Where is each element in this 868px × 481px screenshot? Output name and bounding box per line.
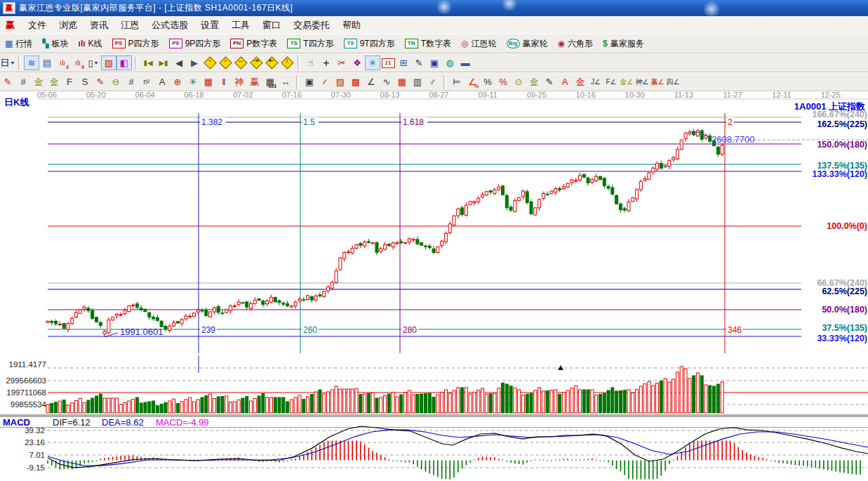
grid-net-icon[interactable]: ❖ xyxy=(349,55,365,70)
fan-box-icon[interactable]: ▨ xyxy=(333,74,348,89)
grid-123-icon[interactable]: ▦123 xyxy=(262,74,278,89)
calculator-icon[interactable]: ⊞ xyxy=(396,55,411,70)
expand-vertical-icon[interactable]: ↕ xyxy=(279,55,295,70)
slash-lines-icon[interactable]: ∕∕ xyxy=(425,74,441,89)
angle-lines-icon[interactable]: ∠ xyxy=(363,74,379,89)
compress-right-icon[interactable]: ⇥ xyxy=(248,55,264,70)
star-circle-icon[interactable]: ✳ xyxy=(185,74,201,89)
si-angle-icon[interactable]: 四∠ xyxy=(665,74,681,89)
profile-histogram-icon[interactable]: ◧ xyxy=(116,55,132,70)
hash-lines-icon[interactable]: # xyxy=(123,74,139,89)
red-grid-icon[interactable]: ▦ xyxy=(394,74,410,89)
ying-angle-icon[interactable]: 赢∠ xyxy=(650,74,665,89)
hexagon-button[interactable]: ◉六角形 xyxy=(554,37,597,51)
period-selector[interactable]: 日▼ xyxy=(0,55,15,70)
percent-angle-icon[interactable]: ∠% xyxy=(465,74,480,89)
gann-fan-icon[interactable]: ∕∕ xyxy=(317,74,333,89)
percent-line-icon[interactable]: % xyxy=(495,74,511,89)
k-mark-icon[interactable]: ‖ xyxy=(216,74,232,89)
winner-wheel-button[interactable]: Big赢家轮 xyxy=(502,37,552,51)
last-page-icon[interactable]: ▶▮ xyxy=(156,55,171,70)
chart-area[interactable]: 05-0605-2006-0406-1807-0207-1607-3008-13… xyxy=(0,91,868,481)
grid-box-icon[interactable]: ▩ xyxy=(348,74,363,89)
grid-circle-icon[interactable]: ▦ xyxy=(201,74,216,89)
measure-pencil-icon[interactable]: ✎ xyxy=(93,74,108,89)
notes-icon[interactable]: ✎ xyxy=(411,55,427,70)
target-cross-icon[interactable]: ⊕ xyxy=(170,74,185,89)
width-arrows-icon[interactable]: ↔ xyxy=(278,74,293,89)
p-square-button[interactable]: PSP四方形 xyxy=(108,37,163,51)
ruler-scale-icon[interactable]: ⊨ xyxy=(449,74,465,89)
gold-underline-icon[interactable]: 金 xyxy=(573,74,588,89)
spiral-icon[interactable]: S xyxy=(77,74,93,89)
circle-cycle-icon[interactable]: ⊖ xyxy=(108,74,123,89)
wave-a-icon[interactable]: A xyxy=(557,74,573,89)
t-square-button[interactable]: TST四方形 xyxy=(283,37,338,51)
remote-service-icon[interactable]: ▬ xyxy=(458,55,473,70)
hand-tool-icon[interactable]: ☝ xyxy=(303,55,319,70)
shen-tool-icon[interactable]: 神 xyxy=(232,74,247,89)
grid-lines-icon[interactable]: # xyxy=(15,74,31,89)
chart-canvas[interactable]: 05-0605-2006-0406-1807-0207-1607-3008-13… xyxy=(0,91,868,481)
menu-item-6[interactable]: 工具 xyxy=(225,17,256,34)
quotes-button[interactable]: ▦行情 xyxy=(1,37,36,51)
trend-chart-icon[interactable]: ≋ xyxy=(24,55,39,70)
network-icon[interactable]: ◍ xyxy=(442,55,458,70)
menu-item-2[interactable]: 资讯 xyxy=(84,17,114,34)
candle-style-icon[interactable]: ▯▼ xyxy=(86,55,101,70)
info-document-icon[interactable]: ▤ xyxy=(39,55,55,70)
a-wave-icon[interactable]: A xyxy=(154,74,170,89)
menu-item-3[interactable]: 江恩 xyxy=(114,17,145,34)
sectors-button[interactable]: ▚板块 xyxy=(38,37,72,51)
p-table-button[interactable]: PNP数字表 xyxy=(226,37,281,51)
first-page-icon[interactable]: ▮◀ xyxy=(140,55,156,70)
menu-item-4[interactable]: 公式选股 xyxy=(145,17,194,34)
f-angle-icon[interactable]: F∠ xyxy=(603,74,619,89)
black-grid-icon[interactable]: ▥ xyxy=(410,74,425,89)
gold-ratio-line-icon[interactable]: 金 xyxy=(31,74,46,89)
cut-tool-icon[interactable]: ✂ xyxy=(334,55,349,70)
ink-pen-icon[interactable]: ✎ xyxy=(542,74,557,89)
bars-9-icon[interactable]: ılı9 xyxy=(70,55,86,70)
calendar-icon[interactable]: 21 xyxy=(380,55,396,70)
menu-item-5[interactable]: 设置 xyxy=(194,17,225,34)
kline-button[interactable]: ılıK线 xyxy=(74,37,107,51)
menu-item-8[interactable]: 交易委托 xyxy=(287,17,336,34)
ying-tool-icon[interactable]: 赢 xyxy=(247,74,262,89)
gold-angle-icon[interactable]: 金∠ xyxy=(619,74,634,89)
zoom-out-left-icon[interactable]: ‹ xyxy=(202,55,218,70)
n-square-icon[interactable]: n² xyxy=(139,74,154,89)
smart-analysis-icon[interactable]: ✳ xyxy=(365,55,380,70)
menu-item-7[interactable]: 窗口 xyxy=(256,17,287,34)
menu-item-0[interactable]: 文件 xyxy=(22,17,53,34)
9p-square-button[interactable]: P99P四方形 xyxy=(165,37,225,51)
save-icon[interactable]: ▣ xyxy=(427,55,442,70)
menu-item-9[interactable]: 帮助 xyxy=(336,17,367,34)
gold-lines-icon[interactable]: 金 xyxy=(526,74,542,89)
expand-horizontal-icon[interactable]: ↔ xyxy=(233,55,248,70)
zoom-in-right-icon[interactable]: › xyxy=(218,55,233,70)
menu-item-1[interactable]: 浏览 xyxy=(53,17,84,34)
toolbar-drawing: ✎#金金FS✎⊖#n²A⊕✳▦‖神赢▦123↔▣∕∕▨▩∠∿▦▥∕∕⊨∠%%%⊙… xyxy=(0,72,868,91)
candlesticks[interactable] xyxy=(46,129,723,337)
fib-line-icon[interactable]: F xyxy=(62,74,77,89)
gold-ratio-line2-icon[interactable]: 金 xyxy=(46,74,62,89)
compress-left-icon[interactable]: ⇤ xyxy=(264,55,279,70)
bars-3-icon[interactable]: ılı3 xyxy=(55,55,70,70)
scroll-left-icon[interactable]: ◀ xyxy=(171,55,187,70)
crosshair-icon[interactable]: + xyxy=(319,55,334,70)
9t-square-button[interactable]: T99T四方形 xyxy=(340,37,399,51)
draw-pencil-icon[interactable]: ✎ xyxy=(0,74,15,89)
gold-circle-icon[interactable]: ⊙ xyxy=(511,74,526,89)
t-table-button[interactable]: TNT数字表 xyxy=(401,37,455,51)
wave-tool-icon[interactable]: ∿ xyxy=(379,74,394,89)
pattern-icon[interactable]: ▨ xyxy=(101,55,116,70)
percent-icon[interactable]: % xyxy=(480,74,495,89)
scroll-right-icon[interactable]: ▶ xyxy=(187,55,202,70)
shen-angle-icon[interactable]: 神∠ xyxy=(634,74,650,89)
gann-wheel-button[interactable]: ◎江恩轮 xyxy=(457,37,500,51)
select-box-icon[interactable]: ▣ xyxy=(302,74,317,89)
p-table-button-label: P数字表 xyxy=(246,38,277,50)
winner-service-button[interactable]: $赢家服务 xyxy=(599,37,648,51)
j-angle-icon[interactable]: J∠ xyxy=(588,74,603,89)
